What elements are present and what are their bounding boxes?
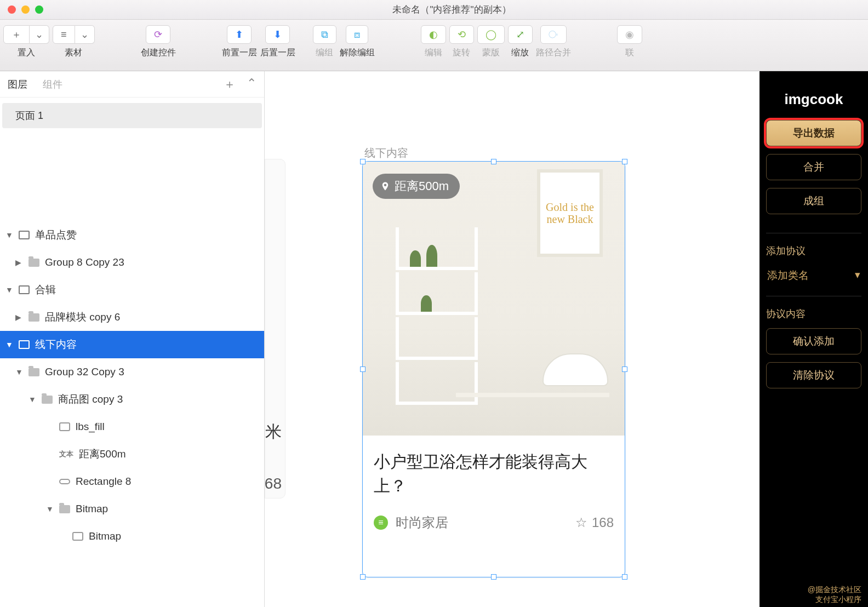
tool-rotate: ⟲ 旋转 (449, 25, 474, 59)
rotate-button[interactable]: ⟲ (449, 25, 474, 44)
union-button[interactable]: ◉ (617, 25, 642, 44)
selection-handle[interactable] (622, 574, 627, 580)
card-photo: 距离500m Gold is the new Black (363, 162, 625, 436)
card-body: 小户型卫浴怎样才能装得高大上？ ≡ 时尚家居 ☆ 168 (363, 436, 625, 542)
artboard-label[interactable]: 线下内容 (364, 146, 408, 161)
send-backward-button[interactable]: ⬇︎ (265, 25, 290, 44)
protocol-content-label: 协议内容 (766, 307, 861, 320)
artboard-icon (19, 340, 30, 349)
tool-edit: ◐ 编辑 (421, 25, 446, 59)
tree-lbs-fill[interactable]: lbs_fill (0, 413, 264, 440)
tree-artboard-likes[interactable]: ▼ 单品点赞 (0, 221, 264, 249)
folder-icon (59, 505, 70, 513)
tree-distance-text[interactable]: 文本 距离500m (0, 440, 264, 468)
tool-path-merge: ⧂ 路径合并 (536, 25, 571, 59)
merge-button[interactable]: 合并 (766, 154, 861, 180)
add-class-select[interactable]: 添加类名 ▾ (766, 265, 861, 285)
maximize-icon[interactable] (35, 5, 43, 14)
confirm-add-button[interactable]: 确认添加 (766, 328, 861, 354)
imgcook-panel: imgcook 导出数据 合并 成组 添加协议 添加类名 ▾ 协议内容 确认添加… (760, 71, 868, 607)
tree-label: 距离500m (79, 447, 126, 461)
tool-send-backward: ⬇︎ 后置一层 (260, 25, 295, 59)
tree-bitmap-child[interactable]: Bitmap (0, 523, 264, 550)
selection-handle[interactable] (622, 367, 627, 372)
close-icon[interactable] (8, 5, 16, 14)
tree-brand-module[interactable]: ▶ 品牌模块 copy 6 (0, 304, 264, 331)
path-merge-label: 路径合并 (536, 47, 571, 59)
select-value: 添加类名 (767, 268, 809, 283)
page-row[interactable]: 页面 1 (2, 103, 262, 128)
edit-button[interactable]: ◐ (421, 25, 446, 44)
tree-group-32[interactable]: ▼ Group 32 Copy 3 (0, 358, 264, 386)
tab-components[interactable]: 组件 (43, 78, 62, 91)
union-label: 联 (625, 47, 634, 59)
assets-button[interactable]: ≡ (53, 25, 75, 44)
tool-mask: ◯ 蒙版 (477, 25, 505, 59)
card-title: 小户型卫浴怎样才能装得高大上？ (374, 450, 614, 497)
tree-group-8[interactable]: ▶ Group 8 Copy 23 (0, 249, 264, 276)
ungroup-button[interactable]: ⧈ (346, 25, 368, 44)
peek-char: 米 (265, 421, 282, 443)
pin-icon (380, 180, 390, 192)
toolbar: ＋ ⌄ 置入 ≡ ⌄ 素材 ⟳ 创建控件 ⬆︎ 前置一层 ⬇︎ 后置一层 ⧉ 编… (0, 20, 868, 71)
card-likes[interactable]: ☆ 168 (575, 515, 614, 530)
selection-handle[interactable] (360, 574, 366, 580)
chevron-right-icon[interactable]: ▶ (15, 258, 23, 267)
chevron-right-icon[interactable]: ▶ (15, 313, 23, 322)
add-page-icon[interactable]: ＋ (224, 76, 236, 93)
tree-artboard-offline[interactable]: ▼ 线下内容 (0, 331, 264, 358)
bring-forward-button[interactable]: ⬆︎ (227, 25, 252, 44)
card-tag: 时尚家居 (396, 514, 448, 531)
tool-union: ◉ 联 (617, 25, 642, 59)
send-backward-label: 后置一层 (260, 47, 295, 59)
tree-rectangle-8[interactable]: Rectangle 8 (0, 468, 264, 495)
wall-frame: Gold is the new Black (537, 169, 603, 257)
tag-icon: ≡ (374, 516, 388, 530)
folder-icon (28, 313, 39, 322)
collapse-icon[interactable]: ⌃ (247, 76, 256, 93)
tree-bitmap[interactable]: ▼ Bitmap (0, 495, 264, 523)
chevron-down-icon[interactable]: ▼ (46, 505, 54, 513)
footer-line1: @掘金技术社区 (766, 585, 861, 595)
selection-handle[interactable] (491, 574, 496, 580)
rotate-label: 旋转 (453, 47, 470, 59)
panel-footer: @掘金技术社区 支付宝小程序 (766, 581, 861, 607)
image-icon (72, 532, 83, 541)
assets-chevron-icon[interactable]: ⌄ (75, 25, 95, 44)
tab-layers[interactable]: 图层 (8, 78, 27, 91)
insert-button[interactable]: ＋ (3, 25, 30, 44)
frame-text: Gold is the new Black (540, 201, 599, 225)
selection-handle[interactable] (622, 159, 627, 164)
tool-group: ⧉ 编组 (313, 25, 336, 59)
chevron-down-icon[interactable]: ▼ (5, 285, 13, 294)
tool-scale: ⤢ 缩放 (508, 25, 533, 59)
scale-button[interactable]: ⤢ (508, 25, 533, 44)
create-control-button[interactable]: ⟳ (146, 25, 170, 44)
chevron-down-icon[interactable]: ▼ (28, 395, 36, 404)
content-card[interactable]: 距离500m Gold is the new Black 小户型卫浴怎样才能装得… (362, 161, 625, 577)
canvas[interactable]: 米 68 线下内容 距离500m Gold is the new Black (265, 71, 760, 607)
selection-handle[interactable] (360, 367, 366, 372)
distance-badge: 距离500m (373, 174, 460, 199)
tree-product-img[interactable]: ▼ 商品图 copy 3 (0, 386, 264, 413)
selection-handle[interactable] (360, 159, 366, 164)
badge-text: 距离500m (395, 178, 449, 194)
mask-button[interactable]: ◯ (477, 25, 505, 44)
chevron-down-icon[interactable]: ▼ (15, 368, 23, 376)
path-merge-button[interactable]: ⧂ (540, 25, 567, 44)
minimize-icon[interactable] (21, 5, 30, 14)
page-label: 页面 1 (15, 109, 43, 122)
chevron-down-icon[interactable]: ▼ (5, 231, 13, 239)
tree-artboard-collection[interactable]: ▼ 合辑 (0, 276, 264, 304)
tool-insert: ＋ ⌄ 置入 (3, 25, 49, 59)
group-button[interactable]: 成组 (766, 188, 861, 214)
tool-ungroup: ⧈ 解除编组 (340, 25, 375, 59)
chevron-down-icon[interactable]: ▼ (5, 340, 13, 349)
export-data-button[interactable]: 导出数据 (766, 120, 861, 146)
tree-label: 线下内容 (35, 337, 77, 352)
selection-handle[interactable] (491, 159, 496, 164)
artboard-icon (19, 231, 30, 239)
insert-chevron-icon[interactable]: ⌄ (30, 25, 49, 44)
group-button[interactable]: ⧉ (313, 25, 336, 44)
clear-protocol-button[interactable]: 清除协议 (766, 362, 861, 388)
